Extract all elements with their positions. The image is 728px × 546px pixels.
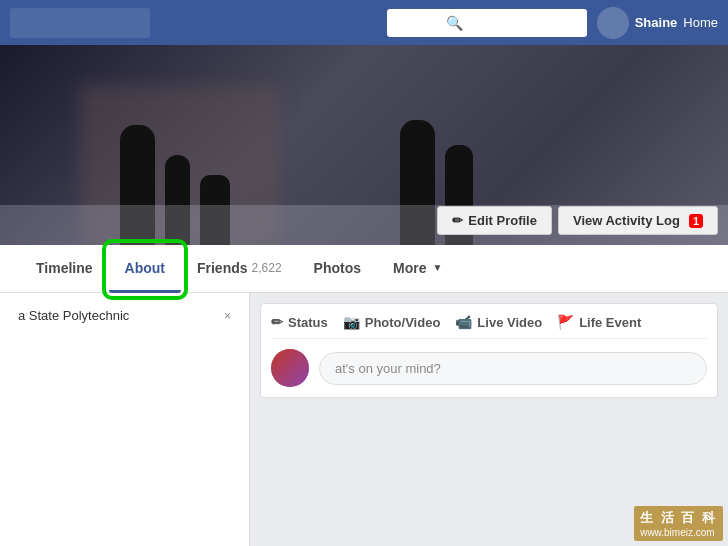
search-input[interactable] xyxy=(387,9,587,37)
edit-profile-button[interactable]: ✏ Edit Profile xyxy=(437,206,552,235)
profile-tabs-bar: Timeline About Friends 2,622 Photos More… xyxy=(0,245,728,293)
post-tab-status[interactable]: ✏ Status xyxy=(271,314,328,330)
nav-home-link[interactable]: Home xyxy=(683,15,718,30)
post-placeholder: at's on your mind? xyxy=(335,361,441,376)
watermark: 生 活 百 科 www.bimeiz.com xyxy=(634,506,723,541)
tab-about[interactable]: About xyxy=(109,246,181,293)
post-input[interactable]: at's on your mind? xyxy=(319,352,707,385)
profile-actions: ✏ Edit Profile View Activity Log 1 xyxy=(437,206,718,235)
view-activity-label: View Activity Log xyxy=(573,213,680,228)
post-input-row: at's on your mind? xyxy=(271,349,707,387)
flag-icon: 🚩 xyxy=(557,314,574,330)
tab-timeline[interactable]: Timeline xyxy=(20,246,109,293)
post-avatar xyxy=(271,349,309,387)
video-icon: 📹 xyxy=(455,314,472,330)
watermark-line1: 生 活 百 科 xyxy=(640,509,717,527)
chevron-down-icon: ▼ xyxy=(433,262,443,273)
sidebar-school-item[interactable]: a State Polytechnic × xyxy=(10,303,239,328)
post-box: ✏ Status 📷 Photo/Video 📹 Live Video 🚩 Li… xyxy=(260,303,718,398)
activity-badge: 1 xyxy=(689,214,703,228)
close-icon[interactable]: × xyxy=(224,309,231,323)
pencil-status-icon: ✏ xyxy=(271,314,283,330)
watermark-line2: www.bimeiz.com xyxy=(640,527,717,538)
top-navigation: 🔍 Shaine Home xyxy=(0,0,728,45)
tab-photos[interactable]: Photos xyxy=(298,246,377,293)
post-live-video-label: Live Video xyxy=(477,315,542,330)
edit-profile-label: Edit Profile xyxy=(468,213,537,228)
main-content: a State Polytechnic × ✏ Status 📷 Photo/V… xyxy=(0,293,728,546)
cover-photo: ✏ Edit Profile View Activity Log 1 xyxy=(0,45,728,245)
tab-friends[interactable]: Friends 2,622 xyxy=(181,246,298,293)
post-status-label: Status xyxy=(288,315,328,330)
view-activity-button[interactable]: View Activity Log 1 xyxy=(558,206,718,235)
tab-more[interactable]: More ▼ xyxy=(377,246,458,293)
post-tab-life-event[interactable]: 🚩 Life Event xyxy=(557,314,641,330)
friends-count: 2,622 xyxy=(252,261,282,275)
camera-icon: 📷 xyxy=(343,314,360,330)
post-tab-live-video[interactable]: 📹 Live Video xyxy=(455,314,542,330)
post-box-tabs: ✏ Status 📷 Photo/Video 📹 Live Video 🚩 Li… xyxy=(271,314,707,339)
left-sidebar: a State Polytechnic × xyxy=(0,293,250,546)
search-icon: 🔍 xyxy=(446,15,463,31)
nav-username: Shaine xyxy=(635,15,678,30)
sidebar-school-label: a State Polytechnic xyxy=(18,308,129,323)
post-photo-video-label: Photo/Video xyxy=(365,315,441,330)
pencil-icon: ✏ xyxy=(452,213,463,228)
post-tab-photo-video[interactable]: 📷 Photo/Video xyxy=(343,314,441,330)
post-life-event-label: Life Event xyxy=(579,315,641,330)
